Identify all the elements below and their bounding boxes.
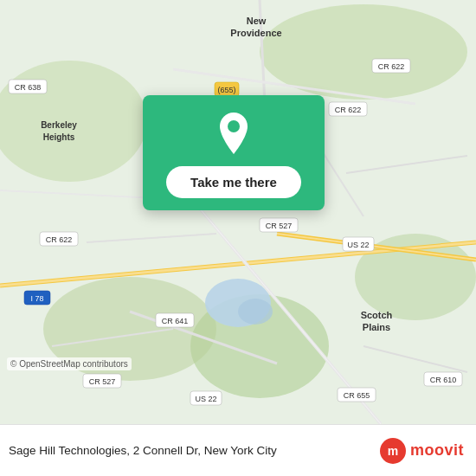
svg-text:CR 622: CR 622 <box>335 106 362 114</box>
map-container: CR 638 CR 622 CR 622 New Providence Berk… <box>0 0 476 424</box>
svg-text:CR 610: CR 610 <box>430 376 457 384</box>
svg-point-8 <box>238 299 273 325</box>
svg-text:Providence: Providence <box>230 28 281 38</box>
svg-text:m: m <box>388 444 398 458</box>
copyright-text: © OpenStreetMap contributors <box>7 357 132 370</box>
svg-text:(655): (655) <box>217 86 235 94</box>
moovit-brand-icon: m <box>379 437 407 465</box>
moovit-label: moovit <box>410 441 464 460</box>
svg-text:CR 655: CR 655 <box>344 391 370 400</box>
moovit-logo: m moovit <box>379 437 464 465</box>
svg-text:Plains: Plains <box>363 322 390 332</box>
take-me-there-button[interactable]: Take me there <box>166 166 301 198</box>
svg-text:I 78: I 78 <box>30 294 43 303</box>
svg-text:US 22: US 22 <box>195 395 216 403</box>
svg-text:Berkeley: Berkeley <box>41 120 77 130</box>
svg-text:CR 638: CR 638 <box>15 83 42 92</box>
svg-text:CR 641: CR 641 <box>162 317 189 325</box>
svg-text:CR 527: CR 527 <box>89 377 116 386</box>
svg-text:Heights: Heights <box>43 132 75 142</box>
svg-text:CR 622: CR 622 <box>378 62 405 71</box>
svg-text:US 22: US 22 <box>347 241 369 249</box>
svg-text:Scotch: Scotch <box>361 310 393 320</box>
address-text: Sage Hill Technologies, 2 Connell Dr, Ne… <box>9 444 379 457</box>
svg-text:CR 527: CR 527 <box>266 222 293 230</box>
location-pin-icon <box>215 111 253 156</box>
svg-text:CR 622: CR 622 <box>46 235 73 244</box>
bottom-bar: Sage Hill Technologies, 2 Connell Dr, Ne… <box>0 424 476 476</box>
svg-text:New: New <box>247 16 267 26</box>
svg-point-56 <box>228 120 240 132</box>
location-card: Take me there <box>143 95 325 210</box>
